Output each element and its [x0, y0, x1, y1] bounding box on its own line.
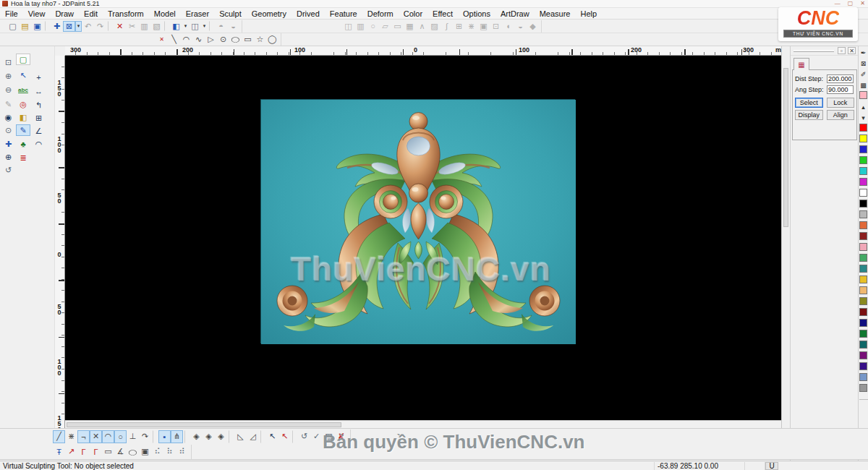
sculpt-circle-icon[interactable]: ○: [114, 430, 127, 443]
color-swatch[interactable]: [859, 286, 867, 294]
sculpt-cross-icon[interactable]: ✕: [90, 430, 102, 443]
fill-tool-icon[interactable]: ◧: [16, 111, 30, 123]
node-edit-icon[interactable]: ↖: [16, 69, 30, 81]
redo-icon[interactable]: ↷: [94, 21, 106, 32]
color-swatch[interactable]: [859, 200, 867, 208]
color-swatch[interactable]: [859, 210, 867, 218]
menu-item[interactable]: Draw: [50, 9, 79, 19]
pen-color-icon[interactable]: ✒: [859, 48, 868, 57]
angle-snap-icon[interactable]: ∡: [114, 445, 127, 458]
menu-item[interactable]: File: [0, 9, 23, 19]
angle-tool-icon[interactable]: ∠: [33, 125, 45, 137]
relief-puff-icon[interactable]: ◖: [502, 21, 514, 32]
oval-tool-icon[interactable]: ◯: [127, 447, 139, 456]
polygon-tool-icon[interactable]: ▷: [205, 34, 217, 45]
trim-tool-icon[interactable]: Ŧ: [53, 445, 65, 458]
fillet-tool-icon[interactable]: Γ: [77, 445, 90, 458]
toolbar-separator[interactable]: [292, 430, 297, 443]
menu-item[interactable]: Eraser: [181, 9, 214, 19]
smooth-3-icon[interactable]: ◈: [215, 430, 227, 443]
sculpt-arc-icon[interactable]: ◠: [102, 430, 114, 443]
palette-dropdown-icon[interactable]: ▾: [859, 113, 868, 122]
color-swatch[interactable]: [859, 189, 867, 197]
color-swatch[interactable]: [859, 156, 867, 164]
menu-item[interactable]: View: [23, 9, 51, 19]
color-swatch[interactable]: [859, 297, 867, 305]
chamfer-tool-icon[interactable]: Γ: [90, 445, 102, 458]
path-tool-icon[interactable]: ↰: [33, 99, 45, 111]
rotate-view-icon[interactable]: ↺: [2, 164, 14, 176]
color-swatch[interactable]: [859, 319, 867, 327]
select-button[interactable]: Select: [795, 98, 823, 108]
refresh-icon[interactable]: ↺: [298, 430, 310, 443]
delete-icon[interactable]: ✕: [114, 21, 126, 32]
bound-box-icon[interactable]: ⊞: [33, 112, 45, 124]
color-swatch[interactable]: [859, 275, 867, 283]
text-tool-icon[interactable]: abc: [16, 84, 30, 95]
relief-plane-icon[interactable]: ▭: [391, 21, 404, 32]
slope-down-icon[interactable]: ◺: [234, 430, 247, 443]
menu-item[interactable]: Deform: [362, 9, 399, 19]
relief-copy-icon[interactable]: ◫: [342, 21, 354, 32]
relief-shield-icon[interactable]: ◒: [227, 21, 239, 32]
menu-item[interactable]: Help: [575, 9, 602, 19]
toolbar-separator[interactable]: [45, 21, 49, 31]
pick-add-icon[interactable]: ↖: [266, 430, 278, 443]
unit-mode-badge[interactable]: U: [765, 462, 778, 470]
relief-mirror-icon[interactable]: ▥: [354, 21, 367, 32]
brush-color-icon[interactable]: ✐: [859, 69, 868, 79]
color-swatch[interactable]: [859, 308, 867, 316]
select-box-icon[interactable]: ⊠: [63, 21, 75, 32]
horizontal-scrollbar-thumb[interactable]: [67, 422, 341, 427]
minimize-icon[interactable]: —: [835, 0, 841, 7]
toolbar-separator[interactable]: [164, 21, 169, 31]
relief-peak-icon[interactable]: ∧: [416, 21, 428, 32]
group-1-icon[interactable]: ⠮: [151, 445, 163, 458]
palette-scroll-up-icon[interactable]: ▴: [859, 102, 868, 111]
color-swatch[interactable]: [859, 351, 867, 359]
view-dropdown-icon[interactable]: ▾: [201, 21, 208, 32]
ellipse-tool-icon[interactable]: ◯: [229, 35, 242, 43]
menu-item[interactable]: Geometry: [247, 9, 292, 19]
dome-tool-icon[interactable]: ◠: [33, 138, 45, 150]
sculpt-tangent-icon[interactable]: ↷: [139, 430, 151, 443]
star-tool-icon[interactable]: ☆: [254, 34, 266, 45]
panel-grip[interactable]: [793, 50, 834, 52]
menu-item[interactable]: Measure: [535, 9, 576, 19]
zoom-out-icon[interactable]: ⊖: [2, 84, 14, 95]
plus-tool-icon[interactable]: +: [33, 72, 45, 83]
curve-tool-icon[interactable]: ∿: [192, 34, 205, 45]
color-swatch[interactable]: [859, 134, 867, 142]
new-file-icon[interactable]: ▢: [7, 21, 19, 32]
lock-button[interactable]: Lock: [827, 98, 855, 108]
rectangle-tool-icon[interactable]: ▭: [242, 34, 254, 45]
panel-tab[interactable]: ▦: [793, 58, 809, 70]
relief-dome-icon[interactable]: ◓: [215, 21, 227, 32]
move-view-icon[interactable]: ✚: [2, 138, 14, 150]
color-swatch[interactable]: [859, 178, 867, 186]
relief-stamp-icon[interactable]: ▣: [477, 21, 490, 32]
relief-combine-icon[interactable]: ⊞: [453, 21, 465, 32]
no-color-icon[interactable]: ⊠: [859, 59, 868, 68]
show-hide-icon[interactable]: ◉: [2, 111, 14, 123]
color-swatch[interactable]: [859, 145, 867, 153]
menu-item[interactable]: Sculpt: [214, 9, 247, 19]
color-swatch[interactable]: [859, 373, 867, 381]
pattern-color-icon[interactable]: ▩: [859, 80, 868, 90]
sculpt-node-icon[interactable]: ⋇: [65, 430, 77, 443]
relief-dome2-icon[interactable]: ◒: [514, 21, 527, 32]
save-file-icon[interactable]: ▣: [31, 21, 43, 32]
undo-icon[interactable]: ↶: [82, 21, 94, 32]
cut-icon[interactable]: ✂: [126, 21, 138, 32]
snap-grid-icon[interactable]: ▪: [158, 430, 171, 443]
zoom-page-icon[interactable]: ⊙: [2, 124, 14, 136]
smooth-1-icon[interactable]: ◈: [190, 430, 203, 443]
slope-up-icon[interactable]: ◿: [247, 430, 259, 443]
horizontal-scrollbar[interactable]: [65, 420, 781, 428]
canvas-viewport[interactable]: ThuVienCNC.vn: [65, 56, 781, 420]
toolbar-separator[interactable]: [209, 21, 213, 31]
color-swatch[interactable]: [859, 254, 867, 262]
region-tool-icon[interactable]: ▣: [139, 445, 151, 458]
color-swatch[interactable]: [859, 265, 867, 273]
pick-remove-icon[interactable]: ↖: [278, 430, 291, 443]
